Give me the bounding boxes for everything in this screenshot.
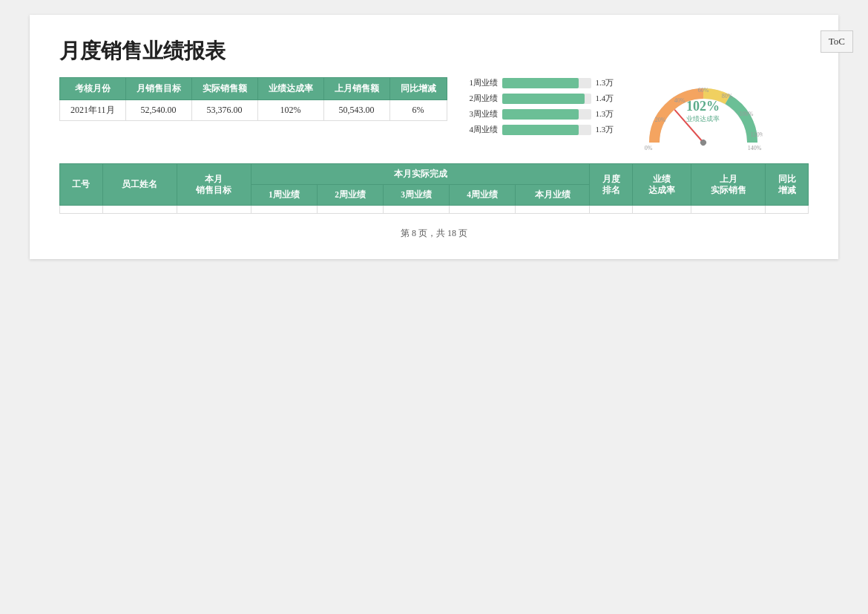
weekly-label-2: 2周业绩 xyxy=(470,93,498,104)
gauge-center-text: 102% 业绩达成率 xyxy=(686,99,720,124)
weekly-value-1: 1.3万 xyxy=(596,77,618,88)
weekly-label-1: 1周业绩 xyxy=(470,77,498,88)
summary-cell-5: 6% xyxy=(389,100,447,121)
weekly-label-4: 4周业绩 xyxy=(470,124,498,135)
th-rank: 月度排名 xyxy=(590,164,633,206)
page-container: 月度销售业绩报表 考核月份 月销售目标 实际销售额 业绩达成率 上月销售额 同比… xyxy=(30,15,838,259)
summary-header-5: 同比增减 xyxy=(389,78,447,100)
th-monthtotal: 本月业绩 xyxy=(516,185,590,206)
th-achrate: 业绩达成率 xyxy=(633,164,691,206)
summary-cell-0: 2021年11月 xyxy=(60,100,126,121)
detail-table-wrap: 工号 员工姓名 本月销售目标 本月实际完成 月度排名 业绩达成率 上月实际销售 … xyxy=(59,163,809,214)
summary-header-1: 月销售目标 xyxy=(125,78,191,100)
gauge-label-60: 60% xyxy=(697,87,708,94)
th-monthly-actual: 本月实际完成 xyxy=(251,164,589,185)
summary-table: 考核月份 月销售目标 实际销售额 业绩达成率 上月销售额 同比增减 2021年1… xyxy=(59,77,447,121)
weekly-bar-wrap-1 xyxy=(502,78,591,88)
weekly-chart: 1周业绩 1.3万 2周业绩 1.4万 3周业绩 1.3万 4周业绩 1.3万 xyxy=(470,77,618,135)
weekly-label-3: 3周业绩 xyxy=(470,108,498,120)
gauge-label-120: 120% xyxy=(750,131,762,138)
gauge-container: 0% 20% 40% 60% 80% 100% 120% 140% 102% 业… xyxy=(644,77,763,151)
th-lastsales: 上月实际销售 xyxy=(691,164,766,206)
th-w4: 4周业绩 xyxy=(450,185,516,206)
gauge-subtitle: 业绩达成率 xyxy=(686,114,720,123)
weekly-value-3: 1.3万 xyxy=(596,108,618,120)
toc-tab[interactable]: ToC xyxy=(821,30,853,53)
th-empname: 员工姓名 xyxy=(102,164,177,206)
gauge-label-100: 100% xyxy=(739,111,753,117)
summary-header-3: 业绩达成率 xyxy=(257,78,323,100)
page-title: 月度销售业绩报表 xyxy=(59,37,809,65)
weekly-bar-4 xyxy=(502,125,579,135)
gauge-label-140: 140% xyxy=(747,145,761,151)
summary-table-wrap: 考核月份 月销售目标 实际销售额 业绩达成率 上月销售额 同比增减 2021年1… xyxy=(59,77,447,121)
weekly-row-4: 4周业绩 1.3万 xyxy=(470,124,618,135)
weekly-value-4: 1.3万 xyxy=(596,124,618,135)
th-w1: 1周业绩 xyxy=(251,185,317,206)
weekly-bar-2 xyxy=(502,94,585,104)
weekly-bar-wrap-4 xyxy=(502,125,591,135)
weekly-bar-wrap-3 xyxy=(502,109,591,120)
weekly-bar-3 xyxy=(502,109,579,120)
summary-cell-4: 50,543.00 xyxy=(323,100,389,121)
summary-row: 2021年11月 52,540.00 53,376.00 102% 50,543… xyxy=(60,100,447,121)
weekly-row-2: 2周业绩 1.4万 xyxy=(470,93,618,104)
weekly-bar-1 xyxy=(502,78,579,88)
detail-header-group-row: 工号 员工姓名 本月销售目标 本月实际完成 月度排名 业绩达成率 上月实际销售 … xyxy=(60,164,809,185)
th-w3: 3周业绩 xyxy=(384,185,450,206)
summary-header-2: 实际销售额 xyxy=(191,78,257,100)
summary-section: 考核月份 月销售目标 实际销售额 业绩达成率 上月销售额 同比增减 2021年1… xyxy=(59,77,809,151)
summary-header-0: 考核月份 xyxy=(60,78,126,100)
gauge-label-80: 80% xyxy=(721,93,732,99)
weekly-bar-wrap-2 xyxy=(502,94,591,104)
summary-cell-2: 53,376.00 xyxy=(191,100,257,121)
weekly-row-3: 3周业绩 1.3万 xyxy=(470,108,618,120)
th-yoy: 同比增减 xyxy=(766,164,809,206)
weekly-row-1: 1周业绩 1.3万 xyxy=(470,77,618,88)
summary-header-4: 上月销售额 xyxy=(323,78,389,100)
gauge-label-20: 20% xyxy=(654,117,665,123)
th-monthtarget: 本月销售目标 xyxy=(177,164,251,206)
empty-row-1 xyxy=(60,206,809,214)
gauge-label-40: 40% xyxy=(674,97,685,104)
gauge-label-0: 0% xyxy=(644,145,652,151)
gauge-percent-value: 102% xyxy=(686,99,720,114)
summary-cell-1: 52,540.00 xyxy=(125,100,191,121)
th-empid: 工号 xyxy=(60,164,103,206)
summary-cell-3: 102% xyxy=(257,100,323,121)
gauge-wrap: 0% 20% 40% 60% 80% 100% 120% 140% 102% 业… xyxy=(640,77,766,151)
th-w2: 2周业绩 xyxy=(317,185,383,206)
page-footer: 第 8 页，共 18 页 xyxy=(59,227,809,244)
detail-table: 工号 员工姓名 本月销售目标 本月实际完成 月度排名 业绩达成率 上月实际销售 … xyxy=(59,163,809,214)
weekly-value-2: 1.4万 xyxy=(596,93,618,104)
